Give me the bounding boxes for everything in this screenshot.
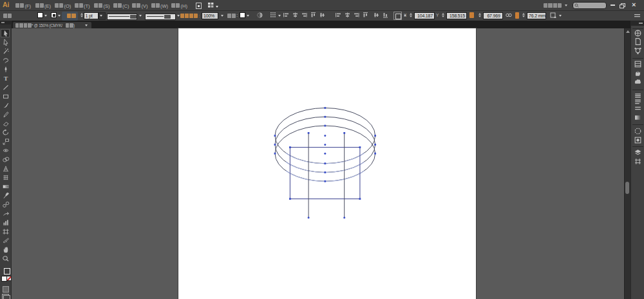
svg-text:T: T xyxy=(3,75,8,82)
